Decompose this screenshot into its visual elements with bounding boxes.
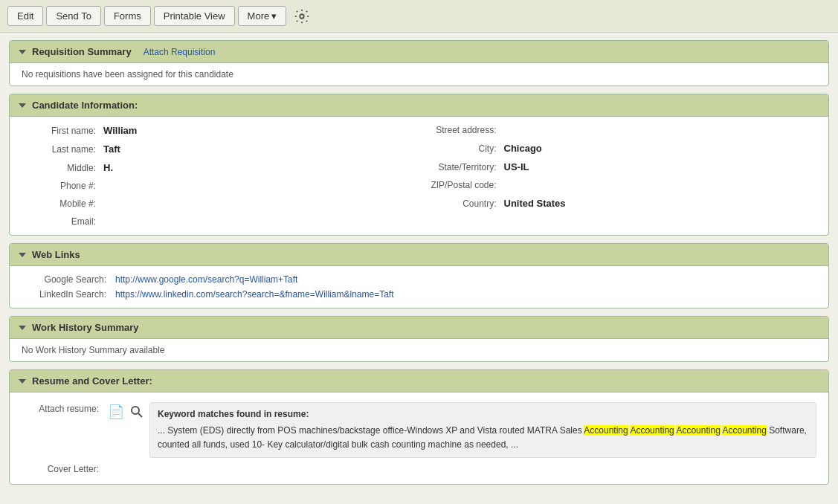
candidate-info-grid: First name:WilliamLast name:TaftMiddle:H… (10, 117, 828, 235)
field-label: Last name: (19, 144, 100, 155)
weblinks-header: Web Links (10, 244, 828, 266)
requisition-title: Requisition Summary (32, 46, 132, 57)
field-value: United States (504, 198, 566, 209)
field-label: ZIP/Postal code: (419, 180, 501, 190)
field-label: Country: (419, 198, 501, 209)
weblink-row: Google Search:http://www.google.com/sear… (22, 272, 816, 287)
field-label: Street address: (419, 125, 501, 135)
requisition-toggle-icon[interactable] (19, 48, 26, 56)
info-row: Mobile #: (19, 196, 419, 211)
resume-toggle-icon[interactable] (19, 377, 26, 385)
field-value: William (103, 125, 137, 136)
info-row: Phone #: (19, 178, 419, 193)
weblinks-toggle-icon[interactable] (19, 251, 26, 259)
info-row: Middle:H. (19, 160, 419, 175)
resume-body: Attach resume: 📄 Keyword matches found i… (10, 392, 828, 484)
workhistory-title: Work History Summary (32, 322, 139, 333)
keyword-box: Keyword matches found in resume: ... Sys… (149, 402, 816, 458)
info-row: First name:William (19, 123, 419, 138)
requisition-section: Requisition Summary Attach Requisition N… (9, 40, 829, 86)
resume-title: Resume and Cover Letter: (32, 375, 152, 387)
weblink-label: LinkedIn Search: (22, 289, 111, 300)
requisition-header: Requisition Summary Attach Requisition (10, 41, 828, 63)
workhistory-header: Work History Summary (10, 317, 828, 339)
attach-requisition-link[interactable]: Attach Requisition (144, 47, 216, 57)
keyword-highlight: Accounting (722, 425, 766, 436)
candidate-toggle-icon[interactable] (19, 101, 26, 109)
cover-letter-label: Cover Letter: (22, 462, 103, 474)
resume-header: Resume and Cover Letter: (10, 370, 828, 392)
info-row: Last name:Taft (19, 141, 419, 157)
more-button[interactable]: More ▾ (238, 6, 287, 26)
keyword-highlight: Accounting (630, 425, 674, 436)
field-label: Mobile #: (19, 198, 100, 209)
candidate-header: Candidate Information: (10, 94, 828, 117)
field-label: Phone #: (19, 181, 100, 191)
candidate-section: Candidate Information: First name:Willia… (9, 94, 829, 236)
gear-icon[interactable] (294, 8, 310, 25)
workhistory-section: Work History Summary No Work History Sum… (9, 316, 829, 362)
search-icon (130, 405, 144, 421)
weblink-label: Google Search: (22, 274, 111, 285)
field-value: H. (103, 162, 113, 173)
field-label: First name: (19, 126, 100, 136)
chevron-down-icon: ▾ (271, 10, 277, 22)
field-label: Middle: (19, 163, 100, 173)
main-content: Requisition Summary Attach Requisition N… (0, 33, 838, 492)
info-row: Street address: (419, 123, 820, 138)
keyword-title: Keyword matches found in resume: (158, 407, 808, 421)
toolbar: Edit Send To Forms Printable View More ▾ (0, 0, 838, 33)
edit-button[interactable]: Edit (7, 6, 43, 26)
weblink-row: LinkedIn Search:https://www.linkedin.com… (22, 287, 816, 302)
weblink-url[interactable]: https://www.linkedin.com/search?search=&… (115, 289, 394, 300)
info-row: City:Chicago (419, 140, 820, 156)
info-row: ZIP/Postal code: (419, 178, 820, 193)
field-value: US-IL (504, 161, 529, 172)
resume-section: Resume and Cover Letter: Attach resume: … (9, 369, 829, 485)
attach-resume-label: Attach resume: (22, 402, 103, 414)
weblinks-section: Web Links Google Search:http://www.googl… (9, 243, 829, 308)
sendto-button[interactable]: Send To (46, 6, 100, 26)
weblink-url[interactable]: http://www.google.com/search?q=William+T… (115, 274, 297, 285)
keyword-highlight: Accounting (584, 425, 628, 436)
requisition-empty-text: No requisitions have been assigned for t… (10, 63, 828, 85)
document-icon: 📄 (108, 404, 124, 420)
field-label: City: (419, 143, 501, 154)
svg-point-0 (300, 14, 304, 19)
weblinks-title: Web Links (32, 249, 80, 260)
keyword-text: ... System (EDS) directly from POS machi… (158, 424, 808, 452)
info-row: Country:United States (419, 196, 820, 211)
candidate-right-col: Street address:City:ChicagoState/Territo… (419, 123, 820, 229)
workhistory-toggle-icon[interactable] (19, 323, 26, 332)
keyword-highlight: Accounting (676, 425, 720, 436)
info-row: Email: (19, 214, 419, 229)
field-label: State/Territory: (419, 162, 501, 172)
forms-button[interactable]: Forms (104, 6, 151, 26)
resume-content: 📄 Keyword matches found in resume: ... S… (108, 402, 816, 458)
attach-resume-row: Attach resume: 📄 Keyword matches found i… (22, 400, 816, 460)
cover-letter-row: Cover Letter: (22, 460, 816, 476)
field-label: Email: (19, 216, 100, 227)
candidate-title: Candidate Information: (32, 100, 138, 111)
candidate-left-col: First name:WilliamLast name:TaftMiddle:H… (19, 123, 419, 229)
info-row: State/Territory:US-IL (419, 159, 820, 175)
field-value: Chicago (504, 143, 542, 154)
printable-button[interactable]: Printable View (154, 6, 235, 26)
svg-point-1 (132, 407, 139, 414)
weblinks-body: Google Search:http://www.google.com/sear… (10, 266, 828, 308)
workhistory-empty-text: No Work History Summary available (10, 339, 828, 361)
field-value: Taft (103, 143, 120, 155)
svg-line-2 (138, 413, 142, 417)
